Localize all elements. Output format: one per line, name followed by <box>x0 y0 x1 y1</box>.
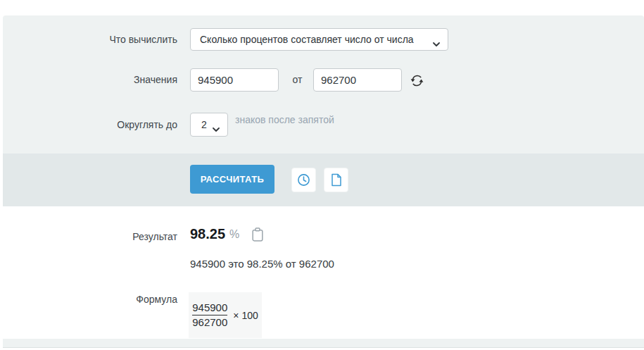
formula-box: 945900 962700 × 100 <box>189 292 262 338</box>
result-value: 98.25 <box>190 226 225 242</box>
values-label: Значения <box>3 68 177 92</box>
of-label: от <box>282 68 313 92</box>
formula-numerator: 945900 <box>192 301 227 315</box>
value1-input[interactable] <box>190 68 279 92</box>
calculation-type-select[interactable]: Сколько процентов составляет число от чи… <box>190 28 448 51</box>
result-line: 98.25 % <box>190 226 263 242</box>
calculator-panel: Что вычислить Сколько процентов составля… <box>3 15 644 348</box>
round-digits-select[interactable]: 2 <box>190 113 228 137</box>
what-to-calc-label: Что вычислить <box>3 28 177 51</box>
swap-arrows-icon <box>410 80 424 90</box>
round-digits-value: 2 <box>201 119 207 130</box>
result-unit: % <box>229 228 239 241</box>
formula-multiplier: × 100 <box>233 310 258 321</box>
swap-values-button[interactable] <box>408 72 425 89</box>
formula-denominator: 962700 <box>192 315 227 330</box>
value2-input[interactable] <box>313 68 402 92</box>
result-section <box>3 206 644 339</box>
calculation-type-value: Сколько процентов составляет число от чи… <box>200 34 414 45</box>
copy-result-button[interactable] <box>252 227 263 242</box>
clipboard-icon <box>252 233 263 244</box>
calculate-button[interactable]: РАССЧИТАТЬ <box>190 165 274 194</box>
round-suffix-label: знаков после запятой <box>235 114 334 125</box>
chevron-down-icon <box>213 123 220 127</box>
report-button[interactable] <box>324 168 348 192</box>
result-sentence: 945900 это 98.25% от 962700 <box>190 258 334 270</box>
chevron-down-icon <box>433 37 440 42</box>
result-label: Результат <box>3 231 177 242</box>
document-icon <box>331 173 342 187</box>
clock-icon <box>297 173 310 187</box>
round-label: Округлять до <box>3 113 177 137</box>
formula-fraction: 945900 962700 <box>192 301 227 330</box>
formula-label: Формула <box>3 294 177 305</box>
history-button[interactable] <box>291 168 316 192</box>
